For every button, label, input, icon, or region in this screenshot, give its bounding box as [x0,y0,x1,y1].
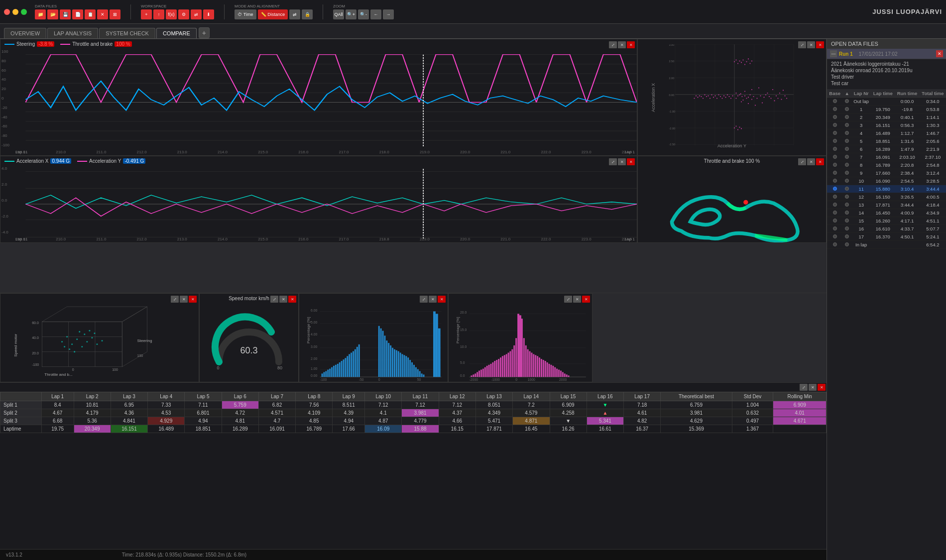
col-lap12[interactable]: Lap 12 [439,392,475,401]
col-lap14[interactable]: Lap 14 [513,392,550,401]
tab-system-check[interactable]: SYSTEM CHECK [99,28,155,38]
lap-row-17[interactable]: 17 16.370 4:50.1 5:24.1 [827,233,946,241]
tab-overview[interactable]: OVERVIEW [4,28,46,38]
track-resize-btn[interactable]: ⤢ [798,158,806,165]
table-close-btn[interactable]: ✕ [818,384,826,391]
lap-row-4[interactable]: 4 16.489 1:12.7 1:46.7 [827,129,946,137]
col-stddev[interactable]: Std Dev [732,392,773,401]
traffic-light-red[interactable] [4,9,10,15]
hist2-close-btn[interactable]: ✕ [582,296,590,303]
col-lap2[interactable]: Lap 2 [74,392,111,401]
tab-lap-analysis[interactable]: LAP ANALYSIS [47,28,98,38]
tb-sync-btn[interactable]: ⇌ [289,9,300,19]
col-lap3[interactable]: Lap 3 [111,392,147,401]
track-detach-btn[interactable]: ✕ [807,158,815,165]
lap-row-0[interactable]: Out lap 0:00.0 0:34.0 [827,98,946,106]
col-lap15[interactable]: Lap 15 [550,392,587,401]
chart1-detach-btn[interactable]: ✕ [618,41,626,48]
lap-row-16[interactable]: 16 16.610 4:33.7 5:07.7 [827,225,946,233]
tb-ws-import-btn[interactable]: ⬇ [203,9,214,19]
tb-lock-btn[interactable]: 🔒 [302,9,313,19]
scatter3d-resize-btn[interactable]: ⤢ [171,296,179,303]
col-lap8[interactable]: Lap 8 [296,392,333,401]
svg-point-65 [725,97,726,98]
run-collapse-btn[interactable]: — [830,50,837,57]
col-lap4[interactable]: Lap 4 [148,392,185,401]
table-detach-btn[interactable]: ✕ [809,384,817,391]
gauge-close-btn[interactable]: ✕ [288,296,296,303]
lap-row-9[interactable]: 9 17.660 2:38.4 3:12.4 [827,169,946,177]
hist1-close-btn[interactable]: ✕ [438,296,446,303]
scatter-detach-btn[interactable]: ✕ [807,41,815,48]
col-lap9[interactable]: Lap 9 [333,392,365,401]
lap-row-18[interactable]: In lap 6:54.2 [827,241,946,249]
tb-distance-btn[interactable]: 📏 Distance [258,9,288,19]
tb-ws-save-btn[interactable]: f(x) [166,9,177,19]
lap-row-12[interactable]: 12 16.150 3:26.5 4:00.5 [827,193,946,201]
tb-zoom-all-btn[interactable]: QAll [333,9,344,19]
col-theobest[interactable]: Theoretical best [661,392,732,401]
col-lap11[interactable]: Lap 11 [402,392,439,401]
chart2-detach-btn[interactable]: ✕ [618,158,626,165]
lap-row-15[interactable]: 15 16.260 4:17.1 4:51.1 [827,217,946,225]
tb-save-btn[interactable]: 💾 [60,9,71,19]
hist2-detach-btn[interactable]: ✕ [573,296,581,303]
col-lap10[interactable]: Lap 10 [365,392,402,401]
tab-compare[interactable]: COMPARE [156,28,197,38]
tb-zoom-back-btn[interactable]: ← [370,9,381,19]
col-lap16[interactable]: Lap 16 [587,392,623,401]
col-lap6[interactable]: Lap 6 [222,392,258,401]
laps-col-sort[interactable]: ▲ [842,90,851,98]
tb-close-btn[interactable]: ✕ [97,9,108,19]
tb-open-btn[interactable]: 📂 [47,9,58,19]
chart2-resize-btn[interactable]: ⤢ [609,158,617,165]
hist1-detach-btn[interactable]: ✕ [429,296,437,303]
tb-ws-layout-btn[interactable]: ⚙ [178,9,189,19]
chart2-close-btn[interactable]: ✕ [627,158,635,165]
col-lap13[interactable]: Lap 13 [475,392,512,401]
col-lap1[interactable]: Lap 1 [41,392,74,401]
tb-ws-compare-btn[interactable]: ⇌ [191,9,202,19]
chart1-close-btn[interactable]: ✕ [627,41,635,48]
scatter-close-btn[interactable]: ✕ [816,41,824,48]
tb-ws-open-btn[interactable]: ↑ [153,9,164,19]
lap-row-2[interactable]: 2 20.349 0:40.1 1:14.1 [827,113,946,121]
traffic-light-green[interactable] [21,9,27,15]
tab-add-btn[interactable]: + [199,27,210,38]
lap-row-6[interactable]: 6 16.289 1:47.9 2:21.9 [827,145,946,153]
lap-row-8[interactable]: 8 16.789 2:20.8 2:54.8 [827,161,946,169]
chart1-resize-btn[interactable]: ⤢ [609,41,617,48]
traffic-light-yellow[interactable] [12,9,18,15]
tb-time-btn[interactable]: ⏱ Time [235,9,256,19]
tb-zoom-fwd-btn[interactable]: → [383,9,394,19]
tb-zoom-in-btn[interactable]: 🔍+ [346,9,356,19]
track-close-btn[interactable]: ✕ [816,158,824,165]
tb-zoom-out-btn[interactable]: 🔍- [358,9,369,19]
lap-row-5[interactable]: 5 18.851 1:31.6 2:05.6 [827,137,946,145]
col-lap7[interactable]: Lap 7 [258,392,295,401]
scatter-resize-btn[interactable]: ⤢ [798,41,806,48]
lap-row-7[interactable]: 7 16.091 2:03.10 2:37.10 [827,153,946,161]
tb-folder-btn[interactable]: 📁 [35,9,46,19]
lap-row-10[interactable]: 10 16.090 2:54.5 3:28.5 [827,177,946,185]
lap-row-11[interactable]: 11 15.880 3:10.4 3:44.4 [827,185,946,193]
lap-row-1[interactable]: 1 19.750 -19.8 0:53.8 [827,106,946,113]
tb-closeall-btn[interactable]: ⊠ [110,9,120,19]
lap-row-14[interactable]: 14 16.450 4:00.9 4:34.9 [827,209,946,217]
run-close-btn[interactable]: ✕ [936,50,943,57]
lap-row-3[interactable]: 3 16.151 0:56.3 1:30.3 [827,121,946,129]
scatter3d-detach-btn[interactable]: ✕ [180,296,188,303]
scatter3d-close-btn[interactable]: ✕ [189,296,197,303]
hist2-resize-btn[interactable]: ⤢ [564,296,572,303]
lap-row-13[interactable]: 13 17.871 3:44.4 4:18.4 [827,201,946,209]
col-lap17[interactable]: Lap 17 [624,392,661,401]
col-rollingmin[interactable]: Rolling Min [773,392,827,401]
table-resize-btn[interactable]: ⤢ [800,384,808,391]
gauge-detach-btn[interactable]: ✕ [279,296,287,303]
tb-recent-btn[interactable]: 📋 [85,9,96,19]
hist1-resize-btn[interactable]: ⤢ [420,296,428,303]
gauge-resize-btn[interactable]: ⤢ [270,296,278,303]
tb-ws-new-btn[interactable]: + [141,9,152,19]
col-lap5[interactable]: Lap 5 [185,392,222,401]
tb-saveas-btn[interactable]: 📄 [72,9,83,19]
